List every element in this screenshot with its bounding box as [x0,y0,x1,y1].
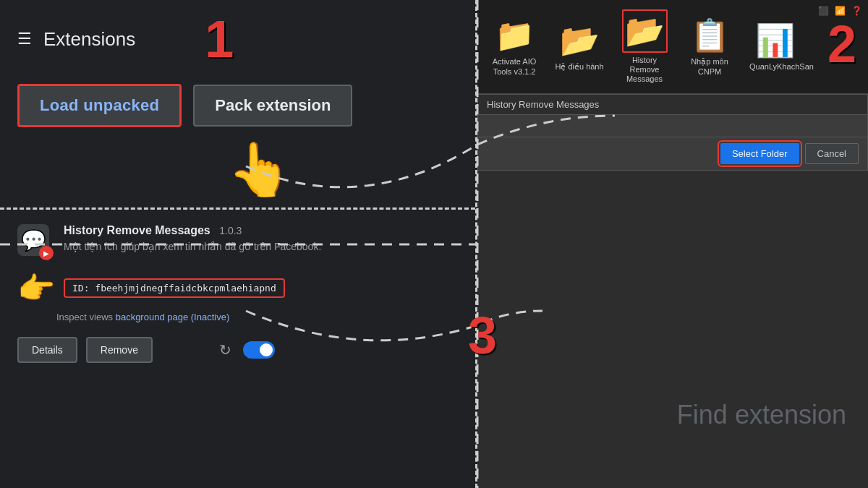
dialog-content [478,115,867,137]
ext-description: Một tiện ích giúp bạn xem tin nhắn đã gỡ… [64,240,458,254]
folder-icon-wrap-5: 📊 [755,22,795,59]
extension-toggle[interactable] [243,341,275,359]
ext-icon-badge: ▶ [39,246,54,260]
folder-name-5: QuanLyKhachSan [749,62,800,72]
top-right-icons: ⬛ 📶 ❓ [818,6,862,16]
wifi-icon: 📶 [835,6,846,16]
right-panel: 📁 Activate AIO Tools v3.1.2 📂 Hệ điều hà… [477,0,868,488]
card-actions: Details Remove ↻ [17,337,458,363]
step-number-3: 3 [468,306,497,365]
details-button[interactable]: Details [17,337,77,363]
extensions-header: ☰ Extensions 1 [0,0,475,78]
folder-icon-5: 📊 [755,22,795,59]
dialog-box: History Remove Messages Select Folder Ca… [477,94,868,171]
ext-name: History Remove Messages [64,224,210,236]
ext-icon-container: 💬 ▶ [17,224,52,259]
folder-icon-3: 📂 [625,12,665,50]
load-unpacked-button[interactable]: Load unpacked [17,84,182,127]
folder-icon-wrap-4: 📋 [690,17,730,54]
step-number-1: 1 [205,13,234,65]
toggle-knob [260,343,273,356]
id-row: 👉 ID: fbeehjmjdnegffaidcbkcpmlaehiapnd [17,270,458,306]
remove-button[interactable]: Remove [86,337,153,363]
folder-item-4[interactable]: 📋 Nhập môn CNPM [684,17,735,76]
refresh-icon[interactable]: ↻ [219,341,231,359]
hamburger-icon[interactable]: ☰ [17,30,32,48]
folder-name-3: History Remove Messages [619,56,670,85]
help-icon: ❓ [851,6,862,16]
folder-item-1[interactable]: 📁 Activate AIO Tools v3.1.2 [489,17,540,76]
extensions-title: Extensions [43,28,135,51]
folder-icon-4: 📋 [690,17,730,54]
folder-name-2: Hệ điều hành [555,62,603,72]
folder-icon-wrap-1: 📁 [495,17,535,54]
dialog-overlay: History Remove Messages Select Folder Ca… [477,94,868,171]
hand-pointing-icon: 👆 [227,139,292,200]
cancel-button[interactable]: Cancel [805,143,859,164]
folder-icon-1: 📁 [495,17,535,54]
main-layout: ☰ Extensions 1 Load unpacked Pack extens… [0,0,868,488]
dialog-title: History Remove Messages [478,95,867,115]
extension-card: 💬 ▶ History Remove Messages 1.0.3 Một ti… [0,210,475,488]
folder-name-4: Nhập môn CNPM [684,57,735,76]
extension-id: ID: fbeehjmjdnegffaidcbkcpmlaehiapnd [64,278,285,298]
step-number-2: 2 [827,14,856,74]
tray-icon: ⬛ [818,6,829,16]
folder-item-3[interactable]: 📂 History Remove Messages [619,9,670,85]
finger-pointing-icon: 👉 [17,270,55,306]
folder-item-5[interactable]: 📊 QuanLyKhachSan [749,22,800,72]
folder-icon-2: 📂 [560,22,600,59]
left-panel: ☰ Extensions 1 Load unpacked Pack extens… [0,0,477,488]
folder-icon-wrap-3: 📂 [622,9,668,53]
buttons-row: Load unpacked Pack extension [0,78,475,139]
ext-info: History Remove Messages 1.0.3 Một tiện í… [64,224,458,254]
inspect-link[interactable]: background page (Inactive) [116,312,230,322]
inspect-views: Inspect views background page (Inactive) [56,312,458,322]
select-folder-button[interactable]: Select Folder [720,143,799,164]
hand-arrow-area: 👆 [0,139,475,207]
file-browser: 📁 Activate AIO Tools v3.1.2 📂 Hệ điều hà… [477,0,868,94]
inspect-label: Inspect views [56,312,113,322]
ext-card-top: 💬 ▶ History Remove Messages 1.0.3 Một ti… [17,224,458,259]
folder-name-1: Activate AIO Tools v3.1.2 [489,57,540,76]
folder-icon-wrap-2: 📂 [560,22,600,59]
folder-item-2[interactable]: 📂 Hệ điều hành [554,22,605,72]
dialog-actions: Select Folder Cancel [478,137,867,170]
pack-extension-button[interactable]: Pack extension [193,85,352,127]
ext-version: 1.0.3 [219,225,242,236]
find-extension-text: Find extension [677,400,846,430]
